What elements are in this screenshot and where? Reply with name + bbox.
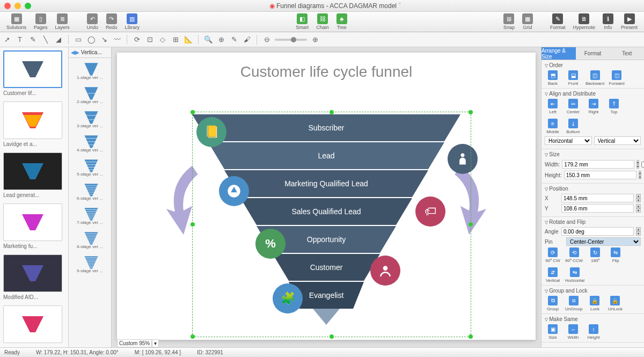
grid-button[interactable]: ▦Grid xyxy=(519,12,536,31)
lib-item-2[interactable]: 2-stage ver ... xyxy=(71,84,109,104)
info-button[interactable]: ℹInfo xyxy=(599,12,617,31)
same-height[interactable]: ↕Height xyxy=(586,324,602,340)
align-bottom[interactable]: ⤓Bottom xyxy=(565,119,581,134)
smart-button[interactable]: ◧Smart xyxy=(292,12,312,31)
rotate-cw[interactable]: ⟳90º CW xyxy=(545,247,561,263)
library-header[interactable]: ◀▶ Vertica... xyxy=(69,47,111,58)
canvas[interactable]: Customer life cycle funnel SubscriberLea… xyxy=(117,53,536,340)
canvas-area[interactable]: Customer life cycle funnel SubscriberLea… xyxy=(112,47,541,347)
pos-y-input[interactable] xyxy=(561,204,634,213)
minimize-window[interactable] xyxy=(14,3,21,9)
tab-text[interactable]: Text xyxy=(610,47,644,60)
lib-item-9[interactable]: 9-stage ver ... xyxy=(71,253,109,273)
lib-item-8[interactable]: 8-stage ver ... xyxy=(71,229,109,249)
unlock-btn[interactable]: 🔓UnLock xyxy=(607,296,623,311)
section-size[interactable]: Size xyxy=(545,151,641,157)
page-thumb-4[interactable]: Marketing fu... xyxy=(3,203,65,249)
text-tool[interactable]: T xyxy=(15,35,25,45)
section-align[interactable]: Align and Distribute xyxy=(545,91,641,97)
snap-button[interactable]: ⊞Snap xyxy=(500,12,518,31)
rect-tool[interactable]: ▭ xyxy=(74,35,83,45)
fill-tool[interactable]: ◢ xyxy=(54,35,63,45)
order-back[interactable]: ⬒Back xyxy=(545,70,561,86)
section-group[interactable]: Group and Lock xyxy=(545,288,641,294)
section-rotate[interactable]: Rotate and Flip xyxy=(545,219,641,225)
pin-select[interactable]: Center-Center xyxy=(566,237,641,246)
lock-proportions[interactable] xyxy=(641,162,644,167)
align-center[interactable]: ═Center xyxy=(565,99,581,114)
zoom-window[interactable] xyxy=(25,3,31,9)
angle-input[interactable] xyxy=(561,227,634,236)
section-make-same[interactable]: Make Same xyxy=(545,316,641,322)
pointer-tool[interactable]: ➚ xyxy=(2,35,12,45)
chain-button[interactable]: ⛓Chain xyxy=(313,12,332,31)
present-button[interactable]: ▶Present xyxy=(618,12,641,31)
pages-button[interactable]: ▯Pages xyxy=(31,12,51,31)
rotate-tool[interactable]: ⟳ xyxy=(132,35,142,45)
funnel-stage-3[interactable]: Marketing Qualified Lead xyxy=(224,170,428,197)
rotate-180[interactable]: ↻180º xyxy=(587,247,603,263)
same-size[interactable]: ▣Size xyxy=(545,324,561,340)
funnel-stage-2[interactable]: Lead xyxy=(208,142,444,169)
distribute-h[interactable]: Horizontal xyxy=(545,136,592,145)
page-thumb-1[interactable]: Customer lif... xyxy=(3,50,65,96)
page-thumb-3[interactable]: Lead generat... xyxy=(3,152,65,198)
brush-tool[interactable]: 🖌 xyxy=(242,35,252,45)
connector-tool[interactable]: ↘ xyxy=(99,35,109,45)
funnel-stage-6[interactable]: Customer xyxy=(273,254,380,281)
ungroup-btn[interactable]: ⧈UnGroup xyxy=(565,296,582,311)
ellipse-tool[interactable]: ◯ xyxy=(86,35,96,45)
rotate-ccw[interactable]: ⟲90º CCW xyxy=(565,247,583,263)
lib-item-7[interactable]: 7-stage ver ... xyxy=(71,205,109,225)
lib-item-4[interactable]: 4-stage ver ... xyxy=(71,133,109,152)
distribute-v[interactable]: Vertical xyxy=(594,136,641,145)
page-thumb-5[interactable]: Modified AID... xyxy=(3,254,65,300)
pos-x-input[interactable] xyxy=(561,194,634,202)
tab-arrange[interactable]: Arrange & Size xyxy=(541,47,576,60)
dims-tool[interactable]: ⊞ xyxy=(171,35,180,45)
format-button[interactable]: ✎Format xyxy=(547,12,569,31)
section-position[interactable]: Position xyxy=(545,186,641,192)
zoom-in-icon[interactable]: 🔍 xyxy=(203,35,213,45)
lib-item-3[interactable]: 3-stage ver ... xyxy=(71,108,109,128)
tree-button[interactable]: ♣Tree xyxy=(333,12,350,31)
redo-button[interactable]: ↷Redo xyxy=(103,12,121,31)
funnel-stage-4[interactable]: Sales Qualified Lead xyxy=(240,198,412,225)
tab-format[interactable]: Format xyxy=(576,47,610,60)
same-width[interactable]: ↔Width xyxy=(565,324,581,340)
crop-tool[interactable]: ⊡ xyxy=(145,35,155,45)
align-left[interactable]: ⇤Left xyxy=(545,99,561,114)
group-btn[interactable]: ⧉Group xyxy=(545,296,561,311)
note-tool[interactable]: ✎ xyxy=(28,35,38,45)
undo-button[interactable]: ↶Undo xyxy=(84,12,102,31)
order-forward[interactable]: ◫Forward xyxy=(609,70,625,86)
zoom-dropdown[interactable]: Custom 95%▾ xyxy=(117,340,159,346)
order-front[interactable]: ⬓Front xyxy=(565,70,581,86)
lock-btn[interactable]: 🔒Lock xyxy=(587,296,603,311)
eyedropper-tool[interactable]: ✎ xyxy=(229,35,239,45)
flip[interactable]: ⇋Flip xyxy=(608,247,624,263)
page-thumb-6[interactable] xyxy=(3,305,65,343)
funnel-stage-1[interactable]: Subscriber xyxy=(192,114,460,141)
zoom-slider[interactable] xyxy=(275,39,307,41)
flip-h[interactable]: ⇆Horizontal xyxy=(565,267,584,283)
lib-item-1[interactable]: 1-stage ver ... xyxy=(71,60,109,80)
order-backward[interactable]: ◫Backward xyxy=(586,70,604,86)
align-middle[interactable]: ≡Middle xyxy=(545,119,561,134)
flip-v[interactable]: ⇵Vertical xyxy=(545,267,561,283)
library-button[interactable]: ▥Library xyxy=(122,12,143,31)
width-input[interactable] xyxy=(562,160,634,169)
height-input[interactable] xyxy=(564,171,636,179)
section-order[interactable]: Order xyxy=(545,62,641,68)
spline-tool[interactable]: 〰 xyxy=(112,35,122,45)
layers-button[interactable]: ≣Layers xyxy=(52,12,73,31)
lib-item-6[interactable]: 6-stage ver ... xyxy=(71,181,109,201)
shape-tool[interactable]: ◇ xyxy=(158,35,167,45)
align-top[interactable]: ⤒Top xyxy=(606,99,622,114)
close-window[interactable] xyxy=(4,3,11,9)
zoom-out-icon[interactable]: ⊖ xyxy=(262,35,272,45)
align-right[interactable]: ⇥Right xyxy=(586,99,602,114)
hypernote-button[interactable]: 🗎Hypernote xyxy=(569,12,598,31)
page-thumb-2[interactable]: Lavidge et a... xyxy=(3,101,65,147)
zoom-in-icon2[interactable]: ⊕ xyxy=(310,35,320,45)
